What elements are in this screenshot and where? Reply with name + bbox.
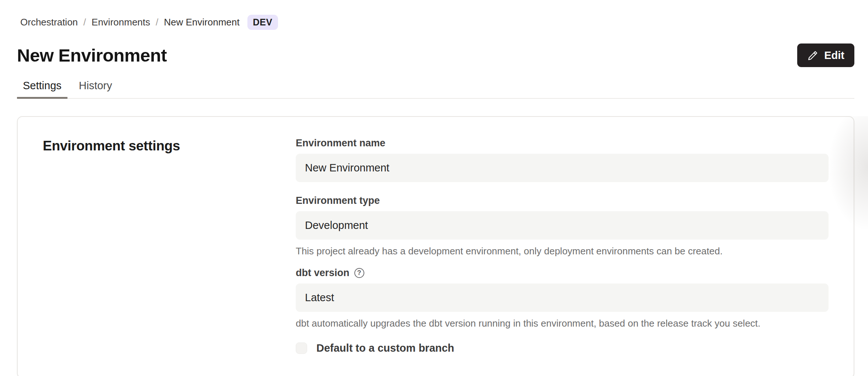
field-environment-type: Environment type Development This projec… bbox=[296, 194, 829, 257]
page-header: New Environment Edit bbox=[17, 43, 854, 67]
page: Orchestration / Environments / New Envir… bbox=[0, 0, 868, 376]
edit-button[interactable]: Edit bbox=[797, 43, 854, 67]
tab-history[interactable]: History bbox=[73, 77, 118, 98]
custom-branch-checkbox[interactable] bbox=[296, 342, 307, 354]
custom-branch-label: Default to a custom branch bbox=[316, 342, 454, 354]
environment-settings-card: Environment settings Environment name Ne… bbox=[17, 116, 854, 376]
dbt-version-label: dbt version bbox=[296, 267, 350, 279]
field-environment-name: Environment name New Environment bbox=[296, 137, 829, 182]
breadcrumb-item-new-environment: New Environment bbox=[164, 17, 240, 28]
dbt-version-label-row: dbt version ? bbox=[296, 267, 829, 279]
environment-type-input[interactable]: Development bbox=[296, 211, 829, 240]
breadcrumb: Orchestration / Environments / New Envir… bbox=[17, 14, 854, 30]
dbt-version-input[interactable]: Latest bbox=[296, 283, 829, 312]
environment-type-label-row: Environment type bbox=[296, 194, 829, 207]
breadcrumb-item-environments[interactable]: Environments bbox=[91, 17, 150, 28]
tab-bar: Settings History bbox=[17, 77, 854, 99]
breadcrumb-item-orchestration[interactable]: Orchestration bbox=[20, 17, 78, 28]
tab-history-label: History bbox=[79, 80, 112, 91]
environment-type-helper-text: This project already has a development e… bbox=[296, 245, 829, 257]
pencil-icon bbox=[807, 50, 819, 61]
environment-type-label: Environment type bbox=[296, 194, 380, 207]
content-area: Environment settings Environment name Ne… bbox=[17, 116, 854, 376]
environment-name-label-row: Environment name bbox=[296, 137, 829, 149]
environment-type-badge: DEV bbox=[247, 15, 278, 30]
tab-settings-label: Settings bbox=[23, 80, 62, 91]
edit-button-label: Edit bbox=[824, 49, 844, 62]
environment-name-label: Environment name bbox=[296, 137, 385, 149]
breadcrumb-separator: / bbox=[156, 17, 158, 28]
breadcrumb-separator: / bbox=[83, 17, 86, 28]
section-title: Environment settings bbox=[43, 138, 296, 354]
custom-branch-row: Default to a custom branch bbox=[296, 342, 829, 354]
page-title: New Environment bbox=[17, 44, 167, 66]
tab-settings[interactable]: Settings bbox=[17, 77, 67, 98]
environment-name-input[interactable]: New Environment bbox=[296, 154, 829, 182]
environment-settings-form: Environment name New Environment Environ… bbox=[296, 137, 829, 354]
dbt-version-helper-text: dbt automatically upgrades the dbt versi… bbox=[296, 317, 829, 330]
help-icon[interactable]: ? bbox=[354, 268, 364, 278]
field-dbt-version: dbt version ? Latest dbt automatically u… bbox=[296, 267, 829, 330]
